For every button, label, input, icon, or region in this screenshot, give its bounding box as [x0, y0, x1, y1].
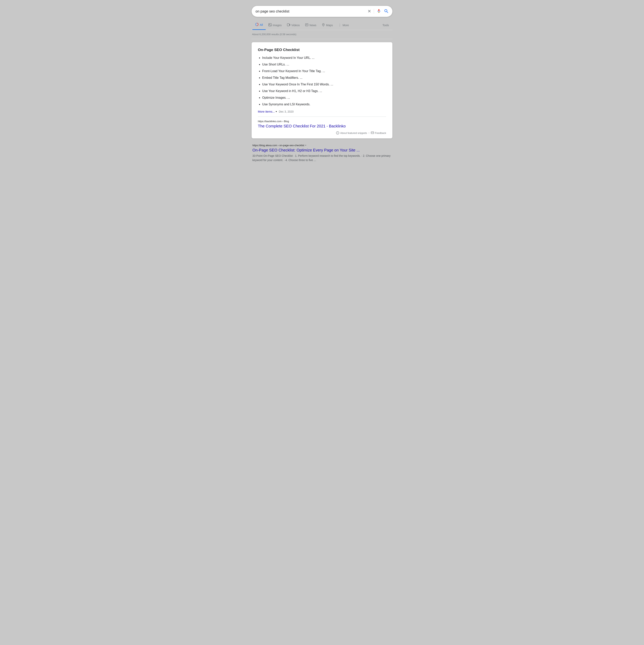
question-icon: ? — [336, 131, 339, 135]
list-item: Optimize Images. ... — [262, 95, 386, 100]
tab-more-label: More — [342, 24, 349, 27]
tab-images-label: Images — [273, 24, 282, 27]
search-button-icon[interactable] — [384, 9, 388, 14]
svg-point-10 — [323, 24, 324, 25]
snippet-source-url: https://backlinko.com › Blog — [258, 120, 386, 123]
results-info: About 6,200,000 results (0.58 seconds) — [252, 33, 392, 36]
about-featured-snippets-button[interactable]: ? About featured snippets — [336, 131, 367, 135]
search-bar-icons: ✕ — [367, 9, 388, 14]
page-container: ✕ — [252, 6, 392, 639]
result-title-link[interactable]: On-Page SEO Checklist: Optimize Every Pa… — [253, 148, 391, 153]
mic-icon[interactable] — [377, 9, 381, 14]
nav-tabs: All Images Videos News Maps — [252, 20, 392, 30]
footer-dot: ● — [368, 132, 369, 134]
tab-images[interactable]: Images — [266, 21, 285, 29]
snippet-list: Include Your Keyword In Your URL. ... Us… — [258, 55, 386, 107]
search-bar: ✕ — [252, 6, 392, 17]
svg-rect-6 — [287, 24, 289, 26]
result-url-dropdown-icon[interactable]: ▾ — [305, 144, 306, 147]
tools-button[interactable]: Tools — [380, 21, 391, 29]
list-item: Front-Load Your Keyword In Your Title Ta… — [262, 69, 386, 73]
divider — [374, 9, 374, 14]
tab-maps[interactable]: Maps — [319, 21, 335, 29]
tab-more[interactable]: ⋮ More — [335, 21, 351, 29]
clear-icon[interactable]: ✕ — [367, 9, 371, 14]
more-items-link[interactable]: More items... — [258, 110, 275, 113]
tab-videos[interactable]: Videos — [284, 21, 302, 29]
svg-text:?: ? — [337, 132, 338, 134]
list-item: Use Synonyms and LSI Keywords. — [262, 102, 386, 107]
list-item: Use Your Keyword in H1, H2 or H3 Tags. .… — [262, 89, 386, 93]
result-url: https://blog.alexa.com › on-page-seo-che… — [253, 144, 304, 147]
tab-all-label: All — [260, 23, 263, 26]
result-url-row: https://blog.alexa.com › on-page-seo-che… — [253, 144, 391, 147]
more-items-date: Dec 3, 2020 — [279, 110, 294, 113]
more-items-row: More items... • Dec 3, 2020 — [258, 110, 386, 114]
tab-videos-label: Videos — [291, 24, 300, 27]
search-input[interactable] — [256, 9, 367, 13]
tab-news[interactable]: News — [302, 21, 319, 29]
list-item: Use Your Keyword Once In The First 150 W… — [262, 82, 386, 87]
videos-tab-icon — [287, 23, 290, 27]
svg-rect-13 — [371, 132, 374, 134]
feedback-button[interactable]: Feedback — [371, 131, 386, 135]
feedback-label: Feedback — [375, 132, 386, 135]
maps-tab-icon — [322, 23, 325, 27]
svg-rect-0 — [378, 9, 379, 11]
list-item: Include Your Keyword In Your URL. ... — [262, 55, 386, 60]
svg-rect-7 — [305, 24, 308, 26]
list-item: Embed Title Tag Modifiers. ... — [262, 75, 386, 80]
tab-all[interactable]: All — [253, 20, 266, 30]
snippet-footer: ? About featured snippets ● Feedback — [258, 131, 386, 135]
tab-news-label: News — [310, 24, 316, 27]
news-tab-icon — [305, 23, 308, 27]
svg-line-2 — [387, 12, 388, 13]
feedback-icon — [371, 131, 374, 135]
snippet-title: On-Page SEO Checklist — [258, 48, 386, 52]
snippet-divider — [258, 117, 386, 117]
tab-maps-label: Maps — [326, 24, 333, 27]
about-snippets-label: About featured snippets — [340, 132, 367, 135]
snippet-source-link[interactable]: The Complete SEO Checklist For 2021 - Ba… — [258, 124, 346, 128]
more-tab-icon: ⋮ — [338, 23, 341, 27]
featured-snippet: On-Page SEO Checklist Include Your Keywo… — [252, 42, 392, 139]
all-tab-icon — [255, 23, 259, 27]
result-snippet: 33-Point On-Page SEO Checklist · 1. Perf… — [253, 154, 391, 162]
images-tab-icon — [269, 23, 272, 27]
organic-result-1: https://blog.alexa.com › on-page-seo-che… — [252, 142, 392, 165]
list-item: Use Short URLs. ... — [262, 62, 386, 67]
bullet-separator: • — [276, 110, 278, 113]
